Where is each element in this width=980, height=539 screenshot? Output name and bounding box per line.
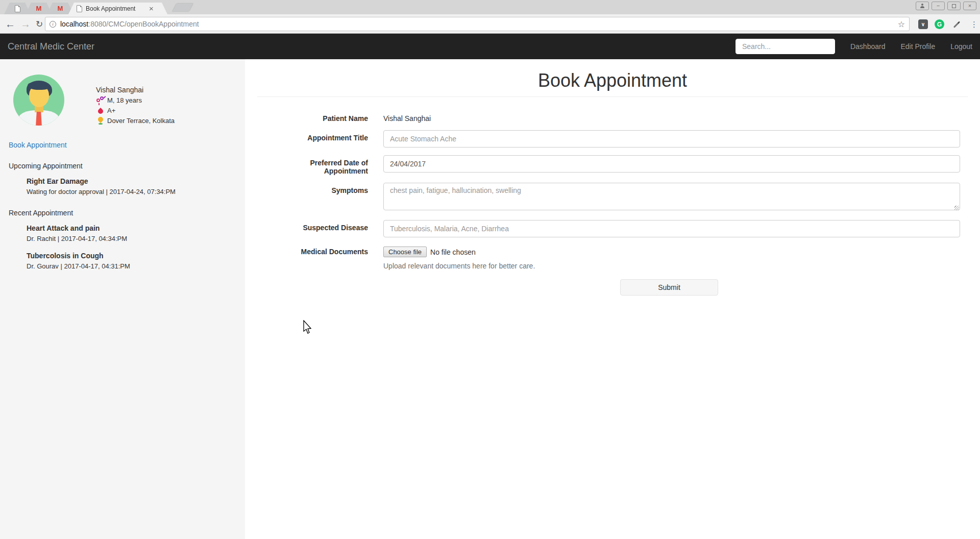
page-icon — [15, 5, 20, 12]
sidebar-heading-recent: Recent Appointment — [9, 209, 245, 217]
location-pin-icon — [96, 117, 105, 125]
reload-icon[interactable]: ↻ — [36, 14, 43, 34]
appointment-detail: Dr. Rachit | 2017-04-17, 04:34:PM — [27, 235, 245, 242]
nav-link-edit-profile[interactable]: Edit Profile — [893, 42, 943, 51]
brand-title[interactable]: Central Medic Center — [0, 41, 94, 52]
tab-close-icon[interactable]: × — [149, 5, 154, 12]
eyedropper-extension-icon[interactable] — [952, 19, 962, 29]
browser-menu-icon[interactable]: ⋮ — [969, 19, 979, 29]
restore-icon — [952, 4, 956, 8]
search-input[interactable] — [736, 39, 835, 54]
url-path: :8080/CMC/openBookAppointment — [88, 20, 199, 28]
address-bar[interactable]: i localhost:8080/CMC/openBookAppointment… — [45, 17, 910, 31]
app-navbar: Central Medic Center Dashboard Edit Prof… — [0, 34, 980, 59]
preferred-date-label: Preferred Date of Appointment — [257, 155, 376, 175]
appointment-title: Heart Attack and pain — [27, 224, 245, 232]
window-restore-button[interactable] — [947, 2, 961, 10]
suspected-disease-label: Suspected Disease — [257, 220, 376, 237]
symptoms-textarea[interactable] — [383, 183, 960, 210]
textarea-resize-grip[interactable] — [954, 206, 959, 210]
symptoms-label: Symptoms — [257, 183, 376, 212]
documents-help-text: Upload relevant documents here for bette… — [383, 262, 960, 270]
appointment-title-input[interactable] — [383, 130, 960, 148]
main-content: Book Appointment Patient Name Vishal San… — [245, 59, 980, 539]
sidebar-link-book-appointment[interactable]: Book Appointment — [9, 141, 67, 149]
browser-toolbar: ← → ↻ i localhost:8080/CMC/openBookAppoi… — [0, 14, 980, 34]
gmail-icon: M — [58, 5, 63, 12]
back-icon[interactable]: ← — [5, 14, 15, 34]
page-title: Book Appointment — [257, 70, 968, 97]
file-chosen-status: No file chosen — [430, 248, 476, 256]
grammarly-extension-icon[interactable]: G — [935, 19, 944, 29]
blood-drop-icon — [96, 108, 105, 114]
sidebar: Vishal Sanghai M, 18 years A+ Dover Terr… — [0, 59, 245, 539]
url-text: localhost:8080/CMC/openBookAppointment — [60, 20, 199, 28]
patient-name-value: Vishal Sanghai — [383, 111, 960, 122]
nav-link-logout[interactable]: Logout — [943, 42, 980, 51]
appointment-title-label: Appointment Title — [257, 130, 376, 148]
pocket-extension-icon[interactable]: ∨ — [918, 19, 928, 29]
patient-name: Vishal Sanghai — [96, 86, 175, 94]
mouse-cursor — [303, 320, 313, 334]
appointment-title: Right Ear Damage — [27, 177, 245, 185]
window-minimize-button[interactable]: − — [932, 2, 945, 10]
gmail-icon: M — [36, 5, 42, 12]
patient-name-label: Patient Name — [257, 111, 376, 122]
page-info-icon[interactable]: i — [50, 21, 56, 28]
preferred-date-input[interactable] — [383, 155, 960, 173]
suspected-disease-input[interactable] — [383, 220, 960, 237]
medical-documents-label: Medical Documents — [257, 245, 376, 296]
appointment-list-item[interactable]: Heart Attack and pain Dr. Rachit | 2017-… — [27, 224, 245, 242]
appointment-detail: Dr. Gourav | 2017-04-17, 04:31:PM — [27, 262, 245, 270]
window-close-button[interactable]: × — [963, 2, 976, 10]
person-icon — [920, 4, 925, 8]
tab-title: Book Appointment — [86, 5, 148, 12]
patient-blood-group: A+ — [107, 107, 115, 114]
appointment-list-item[interactable]: Tubercolosis in Cough Dr. Gourav | 2017-… — [27, 252, 245, 270]
nav-link-dashboard[interactable]: Dashboard — [843, 42, 893, 51]
book-appointment-form: Patient Name Vishal Sanghai Appointment … — [257, 111, 968, 296]
browser-tab-strip: M M Book Appointment × − × — [0, 0, 980, 14]
appointment-list-item[interactable]: Right Ear Damage Wating for doctor appro… — [27, 177, 245, 195]
page-icon — [77, 5, 82, 12]
patient-address: Dover Terrace, Kolkata — [107, 117, 175, 125]
browser-profile-button[interactable] — [916, 2, 929, 10]
tab-book-appointment[interactable]: Book Appointment × — [68, 3, 167, 14]
choose-file-button[interactable]: Choose file — [383, 247, 427, 257]
submit-button[interactable]: Submit — [620, 279, 718, 296]
new-tab-button[interactable] — [173, 4, 193, 11]
gender-icon — [96, 96, 105, 104]
forward-icon: → — [20, 14, 31, 34]
appointment-detail: Wating for doctor approval | 2017-04-24,… — [27, 188, 245, 195]
patient-gender-age: M, 18 years — [107, 96, 142, 104]
url-host: localhost — [60, 20, 88, 28]
sidebar-heading-upcoming: Upcoming Appointment — [9, 162, 245, 170]
patient-avatar — [13, 75, 64, 126]
patient-profile: Vishal Sanghai M, 18 years A+ Dover Terr… — [13, 75, 245, 126]
bookmark-star-icon[interactable]: ☆ — [898, 19, 905, 29]
appointment-title: Tubercolosis in Cough — [27, 252, 245, 260]
